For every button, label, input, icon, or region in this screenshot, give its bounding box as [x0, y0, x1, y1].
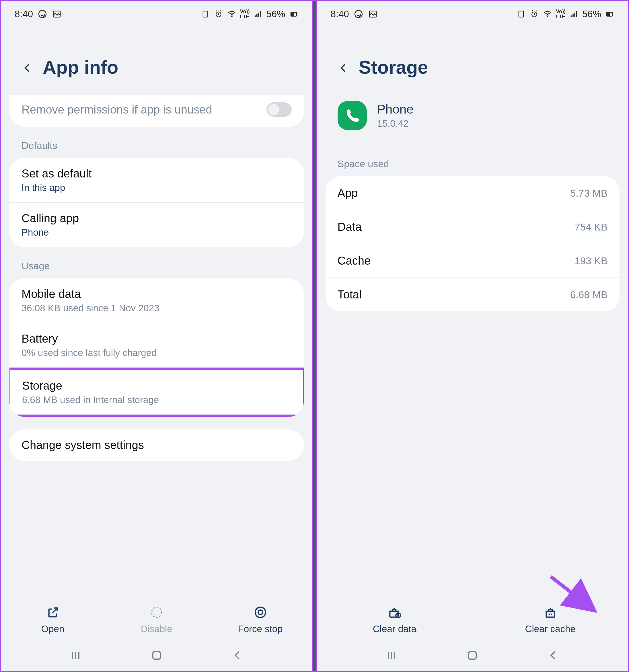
svg-rect-26 [607, 12, 610, 16]
status-bar: 8:40 Vo))LTE 56% [317, 1, 628, 25]
svg-rect-22 [573, 14, 574, 17]
screen-storage: 8:40 Vo))LTE 56% Storage [317, 1, 628, 671]
card-icon [516, 9, 526, 19]
change-settings-card[interactable]: Change system settings [9, 429, 304, 461]
svg-rect-2 [203, 11, 208, 17]
row-cache-size: Cache 193 KB [326, 244, 620, 278]
page-header: Storage [317, 25, 628, 95]
svg-point-16 [355, 10, 362, 18]
action-bar: Clear data Clear cache [317, 598, 628, 640]
open-icon [45, 605, 61, 620]
nav-recent-icon[interactable] [383, 647, 400, 664]
svg-rect-8 [260, 11, 261, 17]
row-calling-app[interactable]: Calling app Phone [9, 202, 304, 247]
disable-icon [149, 605, 164, 620]
change-settings-title: Change system settings [22, 439, 292, 452]
data-size-label: Data [337, 220, 362, 233]
svg-point-14 [258, 610, 263, 615]
gallery-icon [52, 9, 62, 19]
battery-percent: 56% [582, 8, 601, 20]
action-bar: Open Disable Force stop [1, 598, 312, 640]
back-icon[interactable] [337, 62, 349, 73]
gallery-icon [368, 9, 378, 19]
section-usage-label: Usage [9, 249, 304, 279]
cache-size-value: 193 KB [575, 255, 607, 267]
svg-point-0 [39, 10, 46, 18]
cache-size-label: Cache [337, 254, 371, 267]
nav-home-icon[interactable] [148, 647, 165, 664]
row-battery[interactable]: Battery 0% used since last fully charged [9, 323, 304, 367]
svg-rect-18 [519, 11, 523, 17]
total-size-value: 6.68 MB [570, 289, 607, 301]
status-time: 8:40 [331, 8, 349, 20]
status-bar: 8:40 Vo))LTE 56% [1, 1, 312, 25]
svg-point-12 [152, 607, 162, 618]
wifi-icon [543, 9, 553, 19]
svg-rect-30 [469, 652, 476, 659]
clear-data-icon [387, 605, 402, 620]
clear-cache-label: Clear cache [525, 624, 576, 634]
permission-toggle[interactable] [266, 102, 292, 117]
battery-icon [605, 9, 614, 19]
app-size-label: App [337, 187, 358, 199]
storage-title: Storage [22, 379, 291, 392]
svg-rect-11 [297, 14, 298, 15]
alarm-icon [530, 9, 539, 19]
nav-home-icon[interactable] [464, 647, 481, 664]
open-button[interactable]: Open [24, 605, 81, 634]
nav-back-icon[interactable] [229, 647, 246, 664]
row-app-size: App 5.73 MB [326, 176, 620, 210]
set-default-sub: In this app [22, 182, 292, 193]
screen-app-info: 8:40 Vo))LTE 56% App info Rem [1, 1, 312, 671]
disable-button[interactable]: Disable [128, 605, 185, 634]
clear-cache-icon [543, 605, 558, 620]
force-stop-button[interactable]: Force stop [232, 605, 289, 634]
row-storage[interactable]: Storage 6.68 MB used in Internal storage [10, 370, 303, 414]
back-icon[interactable] [21, 62, 32, 73]
space-used-card: App 5.73 MB Data 754 KB Cache 193 KB Tot… [326, 176, 620, 311]
force-stop-icon [253, 605, 268, 620]
page-title: Storage [359, 56, 428, 78]
row-change-settings: Change system settings [9, 429, 304, 461]
clear-cache-button[interactable]: Clear cache [522, 605, 579, 634]
app-size-value: 5.73 MB [570, 188, 607, 199]
clear-data-button[interactable]: Clear data [366, 605, 423, 634]
app-version: 15.0.42 [377, 118, 414, 129]
nav-back-icon[interactable] [545, 647, 562, 664]
row-mobile-data[interactable]: Mobile data 36.08 KB used since 1 Nov 20… [9, 279, 304, 323]
svg-rect-7 [258, 13, 260, 17]
app-identity: Phone 15.0.42 [326, 95, 620, 147]
app-name: Phone [377, 102, 414, 116]
card-icon [201, 9, 210, 19]
svg-rect-6 [256, 14, 258, 17]
svg-rect-15 [153, 652, 160, 659]
battery-percent: 56% [266, 8, 285, 20]
defaults-card: Set as default In this app Calling app P… [9, 158, 304, 247]
row-data-size: Data 754 KB [326, 210, 620, 244]
alarm-icon [214, 9, 224, 19]
battery-icon [289, 9, 299, 19]
status-time: 8:40 [15, 8, 33, 20]
svg-point-4 [231, 16, 232, 17]
storage-highlight: Storage 6.68 MB used in Internal storage [9, 367, 304, 417]
mobile-data-sub: 36.08 KB used since 1 Nov 2023 [22, 303, 292, 314]
space-used-label: Space used [326, 147, 620, 176]
force-stop-label: Force stop [238, 624, 283, 634]
svg-rect-27 [612, 14, 613, 15]
nav-bar [1, 640, 312, 671]
set-default-title: Set as default [22, 167, 292, 180]
battery-sub: 0% used since last fully charged [22, 347, 292, 358]
data-size-value: 754 KB [575, 221, 607, 233]
svg-point-13 [255, 607, 265, 618]
nav-recent-icon[interactable] [67, 647, 84, 664]
screen-divider [312, 1, 317, 671]
signal-icon [253, 9, 263, 19]
phone-app-icon [337, 101, 367, 130]
svg-rect-5 [255, 16, 256, 17]
permission-card[interactable]: Remove permissions if app is unused [9, 95, 304, 127]
row-set-default[interactable]: Set as default In this app [9, 158, 304, 202]
svg-rect-10 [291, 12, 294, 16]
calling-app-sub: Phone [22, 227, 292, 238]
wifi-icon [227, 9, 237, 19]
storage-sub: 6.68 MB used in Internal storage [22, 394, 291, 405]
